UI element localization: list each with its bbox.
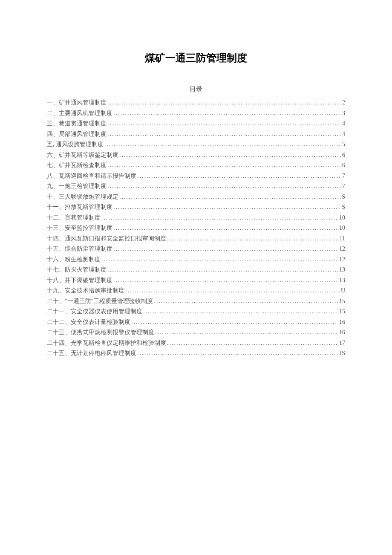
toc-row: 十一、排放瓦斯管理制度S: [47, 202, 345, 213]
toc-entry-page: 6: [342, 150, 345, 161]
toc-leader-dots: [104, 139, 341, 150]
toc-entry-text: 四、局部通风管理制度: [47, 129, 107, 140]
toc-entry-text: 十、三人联锁放炮管理规定: [47, 192, 118, 202]
toc-row: 三、巷道贯通管理制度4: [47, 119, 345, 129]
toc-leader-dots: [143, 306, 338, 317]
toc-row: 六、矿井瓦斯等级鉴定制度6: [47, 150, 345, 161]
toc-entry-page: 13: [339, 265, 345, 275]
toc-entry-text: 十三、安至监控管理制度: [47, 223, 112, 234]
toc-entry-page: 17: [339, 338, 345, 349]
toc-row: 十五、综合防尘管理制度12: [47, 244, 345, 254]
toc-entry-text: 十七、防灭火管理制度: [47, 265, 107, 275]
toc-leader-dots: [155, 327, 338, 338]
toc-entry-page: 3: [342, 108, 345, 119]
toc-row: 十二、盲巷管理制度10: [47, 213, 345, 223]
toc-entry-page: 15: [339, 296, 345, 307]
toc-entry-page: 6: [342, 160, 345, 171]
toc-entry-text: 八、瓦斯巡回检查和请示报告制度: [47, 171, 136, 182]
toc-entry-text: 一、矿井通风管理制度: [47, 98, 107, 108]
toc-entry-page: S: [342, 202, 345, 213]
toc-entry-page: 2: [342, 98, 345, 108]
toc-row: 八、瓦斯巡回检查和请示报告制度7: [47, 171, 345, 182]
toc-entry-page: 7: [342, 171, 345, 182]
toc-row: 二十四、光学瓦斯检查仪定期维护和检验制度17: [47, 338, 345, 349]
toc-row: 二十三、便携式甲烷检测报警仪管理制度16: [47, 327, 345, 338]
toc-leader-dots: [113, 202, 341, 213]
toc-row: 二十五、无计划停电停风管理制度IS: [47, 348, 345, 359]
toc-entry-page: 16: [339, 317, 345, 328]
toc-leader-dots: [113, 223, 338, 234]
toc-row: 七、矿井瓦斯检查制度6: [47, 160, 345, 171]
toc-entry-text: 二、主要通风机管理制度: [47, 108, 112, 119]
toc-leader-dots: [113, 275, 338, 286]
toc-entry-page: S: [342, 192, 345, 202]
toc-entry-text: 九、一炮三检管理制度: [47, 181, 107, 192]
toc-leader-dots: [113, 244, 338, 254]
toc-entry-text: 十五、综合防尘管理制度: [47, 244, 112, 254]
toc-entry-text: 二十、"一通三防"工程质量管理验收制度: [47, 296, 153, 307]
toc-entry-page: 11: [340, 234, 345, 244]
toc-leader-dots: [154, 296, 338, 307]
toc-leader-dots: [101, 213, 338, 223]
toc-entry-text: 七、矿井瓦斯检查制度: [47, 160, 107, 171]
toc-row: 二十二、安全仪表计量检验制度16: [47, 317, 345, 328]
toc-entry-text: 二十三、便携式甲烷检测报警仪管理制度: [47, 327, 154, 338]
toc-entry-page: 12: [339, 254, 345, 265]
table-of-contents: 一、矿井通风管理制度2二、主要通风机管理制度3三、巷道贯通管理制度4四、局部通风…: [47, 98, 345, 359]
toc-entry-text: 十一、排放瓦斯管理制度: [47, 202, 112, 213]
toc-entry-text: 二十五、无计划停电停风管理制度: [47, 348, 136, 359]
toc-row: 四、局部通风管理制度4: [47, 129, 345, 140]
toc-row: 五, 通风设施管理制度5: [47, 139, 345, 150]
toc-row: 十七、防灭火管理制度13: [47, 265, 345, 275]
toc-entry-page: IS: [340, 348, 345, 359]
toc-leader-dots: [137, 171, 341, 182]
toc-leader-dots: [119, 150, 341, 161]
toc-entry-page: 7: [342, 181, 345, 192]
toc-leader-dots: [167, 234, 339, 244]
document-title: 煤矿一通三防管理制度: [47, 51, 345, 65]
toc-row: 十三、安至监控管理制度10: [47, 223, 345, 234]
toc-entry-page: U: [341, 286, 345, 296]
toc-leader-dots: [107, 265, 338, 275]
toc-row: 十八、井下爆破管理制度13: [47, 275, 345, 286]
toc-row: 二十、"一通三防"工程质量管理验收制度15: [47, 296, 345, 307]
toc-leader-dots: [107, 160, 341, 171]
toc-leader-dots: [167, 338, 338, 349]
toc-leader-dots: [107, 181, 341, 192]
toc-row: 十九、安全技术措施审批制度 U: [47, 286, 345, 296]
toc-leader-dots: [131, 317, 338, 328]
toc-entry-text: 六、矿井瓦斯等级鉴定制度: [47, 150, 118, 161]
toc-entry-page: 16: [339, 327, 345, 338]
toc-row: 十六、粉生检测制度12: [47, 254, 345, 265]
toc-row: 二十一、安全仪器仪表使用管理制度15: [47, 306, 345, 317]
toc-entry-text: 十六、粉生检测制度: [47, 254, 101, 265]
toc-entry-text: 二十二、安全仪表计量检验制度: [47, 317, 130, 328]
toc-entry-text: 二十四、光学瓦斯检查仪定期维护和检验制度: [47, 338, 166, 349]
toc-entry-text: 五, 通风设施管理制度: [47, 139, 104, 150]
toc-entry-text: 二十一、安全仪器仪表使用管理制度: [47, 306, 142, 317]
toc-row: 一、矿井通风管理制度2: [47, 98, 345, 108]
toc-entry-text: 十八、井下爆破管理制度: [47, 275, 112, 286]
toc-leader-dots: [107, 119, 341, 129]
toc-leader-dots: [113, 108, 341, 119]
toc-leader-dots: [137, 348, 339, 359]
toc-entry-page: 4: [342, 119, 345, 129]
toc-leader-dots: [125, 286, 340, 296]
toc-entry-page: 5: [342, 139, 345, 150]
toc-leader-dots: [107, 98, 341, 108]
toc-leader-dots: [101, 254, 338, 265]
toc-leader-dots: [119, 192, 341, 202]
toc-entry-page: 10: [339, 223, 345, 234]
toc-row: 九、一炮三检管理制度7: [47, 181, 345, 192]
toc-entry-page: 10: [339, 213, 345, 223]
toc-entry-text: 十四、通风瓦斯日报和安全监控日报审阅制度: [47, 234, 166, 244]
toc-row: 二、主要通风机管理制度3: [47, 108, 345, 119]
toc-entry-page: 15: [339, 306, 345, 317]
toc-entry-page: 12: [339, 244, 345, 254]
toc-entry-page: 4: [342, 129, 345, 140]
toc-leader-dots: [107, 129, 341, 140]
toc-entry-text: 三、巷道贯通管理制度: [47, 119, 107, 129]
toc-entry-text: 十九、安全技术措施审批制度: [47, 286, 124, 296]
toc-entry-page: 13: [339, 275, 345, 286]
toc-row: 十四、通风瓦斯日报和安全监控日报审阅制度11: [47, 234, 345, 244]
